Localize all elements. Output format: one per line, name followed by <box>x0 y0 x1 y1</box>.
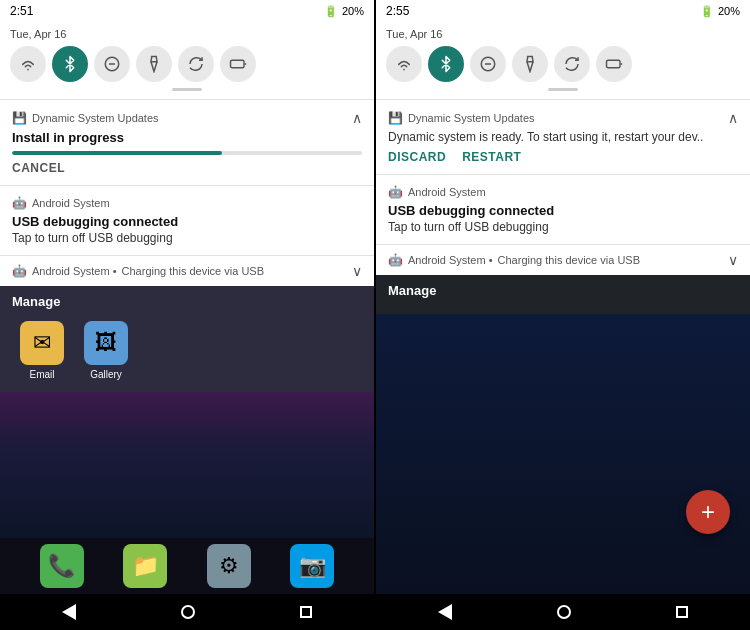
right-wallpaper-bg <box>376 314 750 594</box>
flashlight-toggle[interactable] <box>136 46 172 82</box>
left-dsu-header: 💾 Dynamic System Updates ∧ <box>12 110 362 126</box>
left-dsu-app-name: 💾 Dynamic System Updates <box>12 111 159 125</box>
left-home-button[interactable] <box>181 605 195 619</box>
right-dsu-icon: 💾 <box>388 111 403 125</box>
right-usb-notification: 🤖 Android System USB debugging connected… <box>376 174 750 244</box>
wifi-toggle[interactable] <box>10 46 46 82</box>
right-dnd-toggle[interactable] <box>470 46 506 82</box>
right-phone-panel: 2:55 🔋 20% Tue, Apr 16 <box>376 0 750 630</box>
left-charging-text: Android System • <box>32 265 117 277</box>
left-back-button[interactable] <box>62 604 76 620</box>
left-status-right: 🔋 20% <box>324 5 364 18</box>
right-android-icon-1: 🤖 <box>388 185 403 199</box>
left-dsu-progress <box>12 151 362 155</box>
left-nav-bar <box>0 594 374 630</box>
right-manage-section: Manage <box>376 275 750 314</box>
right-recent-icon <box>676 606 688 618</box>
right-date: Tue, Apr 16 <box>386 28 740 40</box>
left-dsu-chevron[interactable]: ∧ <box>352 110 362 126</box>
left-recent-button[interactable] <box>300 606 312 618</box>
gallery-icon: 🖼 <box>84 321 128 365</box>
right-charging-notification: 🤖 Android System • Charging this device … <box>376 244 750 275</box>
left-cancel-btn[interactable]: CANCEL <box>12 161 362 175</box>
left-charging-subtitle: Charging this device via USB <box>122 265 264 277</box>
right-quick-settings: Tue, Apr 16 <box>376 22 750 99</box>
dsu-icon: 💾 <box>12 111 27 125</box>
left-dock: 📞 📁 ⚙ 📷 <box>0 538 374 594</box>
right-home-button[interactable] <box>557 605 571 619</box>
left-quick-settings: Tue, Apr 16 <box>0 22 374 99</box>
left-charging-chevron[interactable]: ∨ <box>352 263 362 279</box>
right-dsu-app-name: 💾 Dynamic System Updates <box>388 111 535 125</box>
left-notifications: 💾 Dynamic System Updates ∧ Install in pr… <box>0 99 374 286</box>
left-charging-content: 🤖 Android System • Charging this device … <box>12 264 264 278</box>
progress-bar-fill <box>12 151 222 155</box>
right-dsu-header: 💾 Dynamic System Updates ∧ <box>388 110 738 126</box>
left-time: 2:51 <box>10 4 33 18</box>
rotate-toggle[interactable] <box>178 46 214 82</box>
right-back-button[interactable] <box>438 604 452 620</box>
right-dsu-actions: DISCARD RESTART <box>388 150 738 164</box>
right-battery-toggle[interactable] <box>596 46 632 82</box>
right-back-icon <box>438 604 452 620</box>
right-usb-header: 🤖 Android System <box>388 185 738 199</box>
left-phone-panel: 2:51 🔋 20% Tue, Apr 16 <box>0 0 374 630</box>
svg-rect-6 <box>607 60 621 68</box>
left-usb-header: 🤖 Android System <box>12 196 362 210</box>
right-status-bar: 2:55 🔋 20% <box>376 0 750 22</box>
right-battery-icon: 🔋 <box>700 5 714 18</box>
android-icon-2: 🤖 <box>12 264 27 278</box>
gallery-label: Gallery <box>90 369 122 380</box>
recent-icon <box>300 606 312 618</box>
left-gallery-app[interactable]: 🖼 Gallery <box>84 321 128 380</box>
right-wifi-toggle[interactable] <box>386 46 422 82</box>
left-email-app[interactable]: ✉ Email <box>20 321 64 380</box>
right-charging-chevron[interactable]: ∨ <box>728 252 738 268</box>
left-manage-section: Manage ✉ Email 🖼 Gallery <box>0 286 374 392</box>
right-bluetooth-toggle[interactable] <box>428 46 464 82</box>
right-charging-subtitle: Charging this device via USB <box>498 254 640 266</box>
right-usb-body: Tap to turn off USB debugging <box>388 220 738 234</box>
left-dsu-title: Install in progress <box>12 130 362 145</box>
right-dsu-notification: 💾 Dynamic System Updates ∧ Dynamic syste… <box>376 99 750 174</box>
fab-icon: + <box>701 498 715 526</box>
left-wallpaper-bg <box>0 392 374 538</box>
right-charging-content: 🤖 Android System • Charging this device … <box>388 253 640 267</box>
right-usb-app-name: 🤖 Android System <box>388 185 486 199</box>
left-battery-icon: 🔋 <box>324 5 338 18</box>
right-discard-btn[interactable]: DISCARD <box>388 150 446 164</box>
right-battery: 20% <box>718 5 740 17</box>
email-label: Email <box>29 369 54 380</box>
right-flashlight-toggle[interactable] <box>512 46 548 82</box>
right-time: 2:55 <box>386 4 409 18</box>
dock-files[interactable]: 📁 <box>123 544 167 588</box>
right-dsu-chevron[interactable]: ∧ <box>728 110 738 126</box>
right-wallpaper: + <box>376 314 750 594</box>
dock-camera[interactable]: 📷 <box>290 544 334 588</box>
email-icon: ✉ <box>20 321 64 365</box>
dnd-toggle[interactable] <box>94 46 130 82</box>
dock-phone[interactable]: 📞 <box>40 544 84 588</box>
right-usb-title: USB debugging connected <box>388 203 738 218</box>
right-rotate-toggle[interactable] <box>554 46 590 82</box>
right-status-right: 🔋 20% <box>700 5 740 18</box>
left-dsu-notification: 💾 Dynamic System Updates ∧ Install in pr… <box>0 99 374 185</box>
right-home-icon <box>557 605 571 619</box>
home-icon <box>181 605 195 619</box>
left-status-bar: 2:51 🔋 20% <box>0 0 374 22</box>
bluetooth-toggle[interactable] <box>52 46 88 82</box>
right-qs-icons <box>386 46 740 82</box>
fab-button[interactable]: + <box>686 490 730 534</box>
right-notifications: 💾 Dynamic System Updates ∧ Dynamic syste… <box>376 99 750 275</box>
left-qs-icons <box>10 46 364 82</box>
left-battery: 20% <box>342 5 364 17</box>
right-nav-bar <box>376 594 750 630</box>
left-scroll-indicator <box>172 88 202 91</box>
battery-saver-toggle[interactable] <box>220 46 256 82</box>
dock-settings[interactable]: ⚙ <box>207 544 251 588</box>
left-manage-label: Manage <box>12 294 362 309</box>
left-app-grid: ✉ Email 🖼 Gallery <box>12 317 362 384</box>
right-restart-btn[interactable]: RESTART <box>462 150 521 164</box>
right-recent-button[interactable] <box>676 606 688 618</box>
android-icon-1: 🤖 <box>12 196 27 210</box>
